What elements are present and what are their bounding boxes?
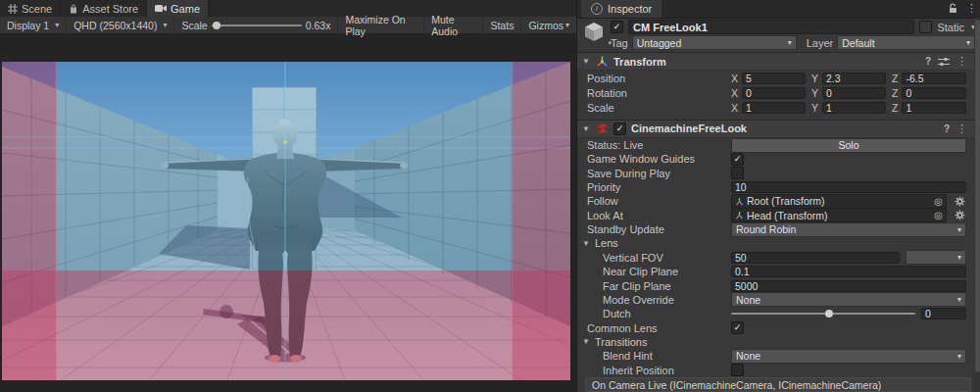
mode-override-dropdown[interactable]: None▾ [731,292,966,307]
static-checkbox[interactable] [919,21,932,33]
gameobject-cube-icon[interactable]: ▾ [583,21,605,46]
scale-x-field[interactable] [742,102,806,114]
chevron-down-icon: ▾ [952,295,961,304]
tab-game[interactable]: Game [147,0,209,17]
transform-header[interactable]: ▼ Transform ? ⋮ [577,52,974,71]
follow-gear-button[interactable] [953,196,966,207]
cinemachine-freelook-header[interactable]: ▼ ✓ CinemachineFreeLook ? ⋮ [577,120,974,138]
tab-scene[interactable]: Scene [0,0,61,17]
chevron-down-icon: ▾ [782,38,792,47]
inspector-scrollbar[interactable] [974,18,980,392]
object-picker-icon[interactable]: ◎ [934,210,943,220]
vertical-fov-field[interactable] [731,252,900,264]
save-during-play-checkbox[interactable] [731,167,744,179]
mute-audio-button[interactable]: Mute Audio [423,17,482,33]
axis-y-label: Y [811,102,818,114]
common-lens-label: Common Lens [577,322,731,334]
presets-icon[interactable] [938,57,950,67]
game-viewport[interactable] [2,62,570,380]
rotation-z-field[interactable] [902,87,966,99]
position-y-field[interactable] [822,73,886,84]
inspector-tabbar: i Inspector ⋮ [577,0,980,19]
transitions-foldout[interactable]: ▼ Transitions [577,335,974,349]
gameobject-name-field[interactable] [628,20,914,34]
foldout-icon: ▼ [581,337,591,346]
near-clip-field[interactable] [731,266,966,277]
inherit-position-checkbox[interactable] [731,364,744,376]
kebab-menu-icon[interactable]: ⋮ [956,55,967,68]
axis-y-label: Y [811,87,818,99]
gameobject-active-checkbox[interactable]: ✓ [611,21,623,33]
scale-z-field[interactable] [902,102,966,114]
look-at-gear-button[interactable] [953,210,966,220]
display-dropdown[interactable]: Display 1 ▾ [0,17,67,33]
camera-live-status-bar: On Camera Live (ICinemachineCamera, ICin… [585,377,971,392]
component-enabled-checkbox[interactable]: ✓ [613,122,626,135]
fov-preset-dropdown[interactable]: ▾ [906,250,966,265]
scale-value: 0.63x [306,20,331,31]
gear-icon [955,196,965,207]
game-window-guides-checkbox[interactable]: ✓ [731,153,744,166]
resolution-dropdown[interactable]: QHD (2560x1440) ▾ [67,17,174,33]
blend-hint-row: Blend Hint None▾ [577,349,974,363]
help-icon[interactable]: ? [925,56,931,67]
lens-foldout[interactable]: ▼ Lens [577,236,974,250]
scale-slider[interactable] [212,24,302,26]
position-z-field[interactable] [902,73,966,84]
chevron-down-icon: ▾ [952,352,961,361]
resolution-dropdown-label: QHD (2560x1440) [74,20,157,31]
dutch-row: Dutch [577,307,974,320]
help-icon[interactable]: ? [944,123,950,134]
position-x-field[interactable] [742,73,806,84]
gizmos-dropdown[interactable]: Gizmos▾ [520,17,576,33]
status-row: Status: Live Solo [577,138,974,152]
scale-slider-knob[interactable] [213,22,220,29]
stats-button[interactable]: Stats [482,17,520,33]
dutch-label: Dutch [577,308,731,319]
object-picker-icon[interactable]: ◎ [934,196,943,207]
follow-object-field[interactable]: Root (Transform) ◎ [731,194,947,209]
dutch-value-field[interactable] [921,308,966,319]
dutch-slider[interactable] [731,313,915,315]
check-icon: ✓ [616,124,624,133]
look-at-object-field[interactable]: Head (Transform) ◎ [731,208,947,222]
common-lens-row: Common Lens ✓ [577,320,974,334]
blend-hint-dropdown[interactable]: None▾ [731,349,966,364]
far-clip-field[interactable] [731,280,966,292]
stats-label: Stats [490,20,514,31]
rotation-y-field[interactable] [822,87,886,99]
priority-field[interactable] [731,181,966,193]
inspector-panel: i Inspector ⋮ ▾ ✓ Static ▾ Tag Untagged … [576,0,980,392]
standby-update-dropdown[interactable]: Round Robin▾ [731,222,966,237]
scale-y-field[interactable] [822,102,886,114]
tab-asset-store[interactable]: Asset Store [61,0,147,17]
foldout-icon[interactable]: ▼ [581,57,591,66]
chevron-down-icon: ▾ [565,21,569,29]
mode-override-value: None [736,294,760,306]
check-icon: ✓ [613,23,621,31]
rotation-x-field[interactable] [742,87,806,99]
lock-icon[interactable] [949,3,958,14]
game-tabbar: Scene Asset Store Game [0,0,576,18]
tab-asset-store-label: Asset Store [82,3,138,15]
kebab-menu-icon[interactable]: ⋮ [956,122,967,135]
scrollbar-thumb[interactable] [975,20,980,372]
lens-label: Lens [595,237,618,249]
maximize-on-play-button[interactable]: Maximize On Play [337,17,423,33]
vertical-fov-row: Vertical FOV ▾ [577,251,974,265]
solo-button[interactable]: Solo [731,138,966,153]
tab-inspector[interactable]: i Inspector [581,0,662,18]
common-lens-checkbox[interactable]: ✓ [731,321,744,334]
tag-dropdown[interactable]: Untagged ▾ [632,35,797,50]
maximize-on-play-label: Maximize On Play [345,14,416,37]
transform-icon [596,55,609,68]
game-camera-icon [155,4,167,13]
check-icon: ✓ [734,323,742,332]
foldout-icon[interactable]: ▼ [581,124,591,133]
priority-row: Priority [577,180,974,194]
layer-dropdown[interactable]: Default ▾ [837,35,975,50]
kebab-menu-icon[interactable]: ⋮ [966,2,977,15]
dutch-slider-knob[interactable] [825,310,833,318]
scale-control: Scale 0.63x [174,17,337,33]
look-at-label: Look At [577,210,731,221]
